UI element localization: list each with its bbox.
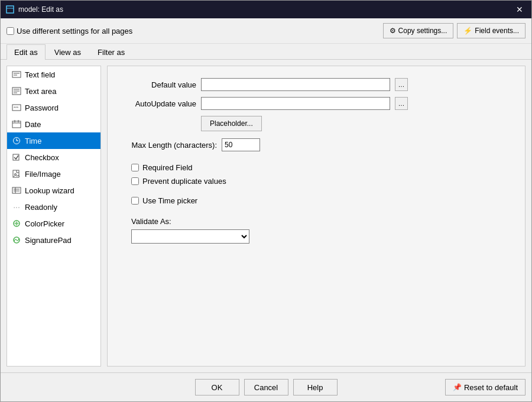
sidebar-item-file-image[interactable]: File/Image: [7, 166, 100, 182]
tab-filter-as[interactable]: Filter as: [90, 44, 132, 60]
file-image-icon: [12, 169, 21, 179]
app-icon: [5, 5, 15, 14]
sidebar-label-checkbox: Checkbox: [25, 153, 59, 162]
reset-to-default-button[interactable]: 📌 Reset to default: [445, 379, 525, 395]
title-bar: model: Edit as ✕: [1, 1, 531, 18]
signature-pad-icon: [12, 235, 21, 245]
time-icon: [12, 136, 21, 145]
readonly-icon: ···: [12, 202, 21, 212]
use-time-picker-checkbox[interactable]: [131, 197, 139, 205]
svg-rect-0: [7, 6, 14, 13]
sidebar-label-readonly: Readonly: [25, 203, 57, 212]
sidebar-label-lookup-wizard: Lookup wizard: [25, 186, 74, 195]
password-icon: ***: [12, 103, 21, 112]
footer: OK Cancel Help 📌 Reset to default: [1, 372, 531, 401]
title-bar-text: model: Edit as: [18, 5, 512, 14]
toolbar: Use different settings for all pages ⚙ C…: [1, 18, 531, 44]
tab-edit-as[interactable]: Edit as: [7, 44, 46, 60]
sidebar-label-text-area: Text area: [25, 87, 56, 96]
sidebar-label-date: Date: [25, 120, 41, 129]
toolbar-left: Use different settings for all pages: [7, 27, 132, 35]
svg-rect-11: [12, 121, 21, 128]
reset-label: Reset to default: [464, 383, 518, 392]
main-panel: Default value … AutoUpdate value … Place…: [107, 66, 525, 367]
prevent-duplicate-label: Prevent duplicate values: [142, 177, 226, 186]
max-length-input[interactable]: [222, 138, 260, 151]
prevent-duplicate-row: Prevent duplicate values: [131, 177, 513, 186]
sidebar-item-time[interactable]: Time: [7, 132, 100, 149]
sidebar-item-checkbox[interactable]: Checkbox: [7, 149, 100, 166]
sidebar-item-text-field[interactable]: Text field: [7, 66, 100, 83]
use-time-picker-row: Use Time picker: [131, 196, 513, 205]
sidebar-item-readonly[interactable]: ··· Readonly: [7, 199, 100, 215]
color-picker-icon: [12, 219, 21, 228]
use-different-settings-checkbox[interactable]: [7, 27, 14, 35]
ok-button[interactable]: OK: [195, 379, 239, 395]
footer-right: 📌 Reset to default: [445, 379, 525, 395]
autoupdate-value-row: AutoUpdate value …: [119, 97, 513, 110]
lookup-wizard-icon: [12, 186, 21, 195]
use-different-settings-label[interactable]: Use different settings for all pages: [7, 27, 132, 35]
svg-rect-2: [12, 72, 21, 77]
autoupdate-value-label: AutoUpdate value: [119, 99, 196, 108]
prevent-duplicate-checkbox[interactable]: [131, 177, 139, 185]
default-value-input[interactable]: [201, 78, 390, 91]
content-area: Text field Text area ***: [1, 60, 531, 372]
cancel-button[interactable]: Cancel: [244, 379, 288, 395]
tab-bar: Edit as View as Filter as: [1, 44, 531, 60]
sidebar-item-color-picker[interactable]: ColorPicker: [7, 215, 100, 232]
default-value-row: Default value …: [119, 78, 513, 91]
sidebar-label-text-field: Text field: [25, 70, 55, 79]
validate-as-select[interactable]: Email URL Number Phone: [131, 229, 249, 244]
text-field-icon: [12, 70, 21, 79]
required-field-checkbox[interactable]: [131, 164, 139, 171]
date-icon: [12, 119, 21, 129]
sidebar-label-color-picker: ColorPicker: [25, 219, 64, 228]
default-value-label: Default value: [119, 80, 196, 89]
use-time-picker-label: Use Time picker: [142, 196, 197, 205]
main-window: model: Edit as ✕ Use different settings …: [0, 0, 532, 402]
autoupdate-value-input[interactable]: [201, 97, 390, 110]
sidebar-label-time: Time: [25, 137, 41, 145]
reset-icon: 📌: [453, 383, 462, 391]
svg-rect-21: [12, 187, 21, 193]
tab-view-as[interactable]: View as: [47, 44, 89, 60]
sidebar-item-text-area[interactable]: Text area: [7, 83, 100, 99]
text-area-icon: [12, 86, 21, 96]
toolbar-right: ⚙ Copy settings... ⚡ Field events...: [383, 23, 525, 38]
max-length-label: Max Length (characters):: [119, 141, 217, 150]
copy-settings-button[interactable]: ⚙ Copy settings...: [383, 23, 454, 38]
checkbox-icon: [12, 153, 21, 162]
close-button[interactable]: ✕: [512, 2, 527, 17]
sidebar-item-date[interactable]: Date: [7, 116, 100, 132]
sidebar: Text field Text area ***: [7, 66, 101, 367]
sidebar-item-password[interactable]: *** Password: [7, 99, 100, 116]
required-field-row: Required Field: [131, 163, 513, 172]
max-length-row: Max Length (characters):: [119, 138, 513, 151]
field-events-button[interactable]: ⚡ Field events...: [457, 23, 525, 38]
help-button[interactable]: Help: [293, 379, 338, 395]
sidebar-item-signature-pad[interactable]: SignaturePad: [7, 232, 100, 248]
svg-text:***: ***: [14, 106, 18, 110]
validate-as-label: Validate As:: [131, 217, 513, 226]
sidebar-label-signature-pad: SignaturePad: [25, 236, 72, 245]
required-field-label: Required Field: [142, 163, 193, 172]
autoupdate-value-browse-button[interactable]: …: [395, 97, 408, 110]
placeholder-button[interactable]: Placeholder...: [201, 116, 262, 131]
field-events-icon: ⚡: [463, 27, 472, 35]
copy-settings-icon: ⚙: [390, 27, 396, 35]
sidebar-label-password: Password: [25, 103, 59, 112]
sidebar-label-file-image: File/Image: [25, 170, 61, 179]
sidebar-item-lookup-wizard[interactable]: Lookup wizard: [7, 182, 100, 199]
default-value-browse-button[interactable]: …: [395, 78, 408, 91]
validate-as-section: Validate As: Email URL Number Phone: [131, 217, 513, 244]
